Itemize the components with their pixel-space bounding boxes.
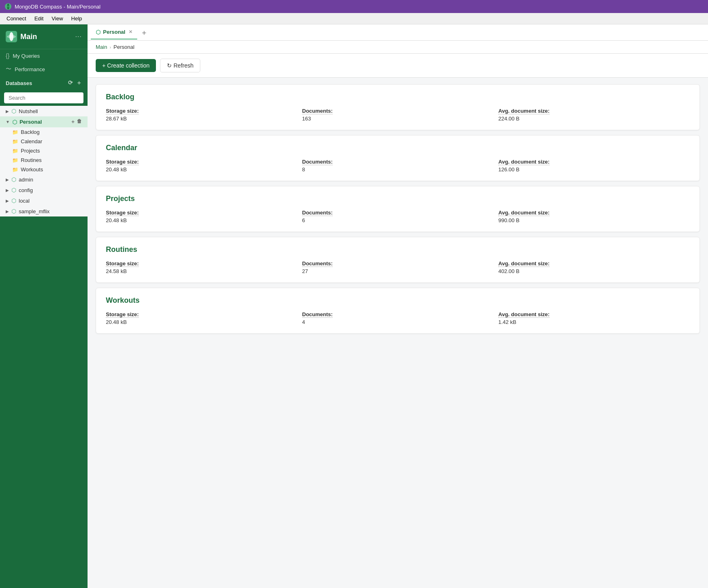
db-item-actions: ＋ 🗑	[70, 118, 82, 125]
database-item-sample-mflix[interactable]: ▶ ⬡ sample_mflix	[0, 206, 88, 216]
database-name: sample_mflix	[19, 208, 50, 214]
collection-stats: Storage size: 20.48 kB Documents: 6 Avg.…	[106, 209, 690, 223]
collection-card-title: Calendar	[106, 144, 690, 152]
collection-card[interactable]: Routines Storage size: 24.58 kB Document…	[96, 237, 700, 283]
collection-card-title: Workouts	[106, 296, 690, 305]
avg-doc-size-label: Avg. document size:	[498, 260, 550, 267]
collection-card[interactable]: Workouts Storage size: 20.48 kB Document…	[96, 288, 700, 334]
menu-help[interactable]: Help	[68, 15, 85, 22]
collection-stats: Storage size: 20.48 kB Documents: 4 Avg.…	[106, 310, 690, 325]
sidebar-more-button[interactable]: ···	[75, 33, 82, 40]
database-item-personal[interactable]: ▼ ⬡ Personal ＋ 🗑	[0, 116, 88, 127]
collection-item-workouts[interactable]: 📁 Workouts	[0, 165, 88, 174]
database-item-config[interactable]: ▶ ⬡ config	[0, 185, 88, 195]
stat-documents: Documents: 4	[302, 310, 493, 325]
sidebar-item-performance[interactable]: 〜 Performance	[0, 62, 88, 76]
tab-close-button[interactable]: ✕	[129, 29, 132, 35]
tab-personal[interactable]: ⬡ Personal ✕	[91, 26, 137, 39]
stat-storage: Storage size: 20.48 kB	[106, 310, 297, 325]
collection-card[interactable]: Calendar Storage size: 20.48 kB Document…	[96, 135, 700, 181]
refresh-databases-button[interactable]: ⟳	[68, 79, 73, 87]
database-item-local[interactable]: ▶ ⬡ local	[0, 195, 88, 206]
stat-storage: Storage size: 24.58 kB	[106, 260, 297, 274]
menu-view[interactable]: View	[48, 15, 66, 22]
breadcrumb-main[interactable]: Main	[96, 44, 107, 50]
sidebar-item-my-queries[interactable]: {} My Queries	[0, 49, 88, 62]
storage-size-value: 28.67 kB	[106, 116, 297, 122]
avg-doc-size-value: 126.00 B	[498, 166, 690, 173]
database-name: Nutshell	[19, 108, 38, 114]
database-name: Personal	[20, 119, 42, 125]
database-icon: ⬡	[12, 119, 17, 125]
sidebar-header: Main ···	[0, 24, 88, 49]
collection-item-projects[interactable]: 📁 Projects	[0, 146, 88, 155]
collection-stats: Storage size: 24.58 kB Documents: 27 Avg…	[106, 260, 690, 274]
add-database-button[interactable]: ＋	[76, 79, 82, 87]
stat-avg-doc-size: Avg. document size: 990.00 B	[498, 209, 690, 223]
database-list: ▶ ⬡ Nutshell ▼ ⬡ Personal ＋ 🗑 📁 Backlog	[0, 106, 88, 216]
breadcrumb: Main › Personal	[88, 41, 708, 54]
collection-item-routines[interactable]: 📁 Routines	[0, 155, 88, 165]
database-item-nutshell[interactable]: ▶ ⬡ Nutshell	[0, 106, 88, 116]
tab-label: Personal	[103, 29, 125, 35]
menu-connect[interactable]: Connect	[3, 15, 29, 22]
menu-edit[interactable]: Edit	[31, 15, 46, 22]
window-title: MongoDB Compass - Main/Personal	[15, 4, 101, 10]
collection-name: Calendar	[21, 138, 42, 144]
expand-arrow: ▶	[6, 199, 9, 203]
collection-icon: 📁	[12, 129, 18, 135]
sidebar-item-label: Performance	[15, 66, 45, 72]
documents-label: Documents:	[302, 159, 333, 165]
new-tab-button[interactable]: ＋	[137, 26, 151, 39]
refresh-button[interactable]: ↻ Refresh	[160, 59, 200, 72]
leaf-logo	[6, 31, 17, 42]
stat-storage: Storage size: 20.48 kB	[106, 158, 297, 173]
database-name: admin	[19, 177, 33, 183]
search-box	[0, 90, 88, 106]
documents-value: 163	[302, 116, 493, 122]
collection-name: Projects	[21, 148, 40, 154]
sidebar-item-label: My Queries	[13, 53, 39, 59]
avg-doc-size-value: 990.00 B	[498, 217, 690, 223]
collection-item-backlog[interactable]: 📁 Backlog	[0, 127, 88, 137]
collection-card-title: Routines	[106, 245, 690, 254]
collection-card[interactable]: Backlog Storage size: 28.67 kB Documents…	[96, 84, 700, 130]
create-collection-button[interactable]: + Create collection	[96, 59, 156, 72]
expand-arrow: ▶	[6, 209, 9, 214]
documents-value: 6	[302, 217, 493, 223]
collection-card[interactable]: Projects Storage size: 20.48 kB Document…	[96, 186, 700, 232]
storage-size-value: 20.48 kB	[106, 319, 297, 325]
storage-size-value: 24.58 kB	[106, 268, 297, 274]
connection-name: Main	[20, 33, 37, 41]
stat-avg-doc-size: Avg. document size: 402.00 B	[498, 260, 690, 274]
avg-doc-size-label: Avg. document size:	[498, 210, 550, 216]
expand-arrow: ▶	[6, 177, 9, 182]
database-icon: ⬡	[11, 208, 16, 214]
collections-list: Backlog Storage size: 28.67 kB Documents…	[88, 78, 708, 588]
stat-avg-doc-size: Avg. document size: 1.42 kB	[498, 310, 690, 325]
expand-arrow: ▼	[6, 120, 10, 124]
database-name: config	[19, 187, 33, 193]
database-item-admin[interactable]: ▶ ⬡ admin	[0, 174, 88, 185]
avg-doc-size-value: 402.00 B	[498, 268, 690, 274]
tab-bar: ⬡ Personal ✕ ＋	[88, 24, 708, 41]
documents-label: Documents:	[302, 311, 333, 318]
search-input[interactable]	[4, 92, 83, 103]
add-collection-button[interactable]: ＋	[70, 118, 75, 125]
avg-doc-size-label: Avg. document size:	[498, 159, 550, 165]
database-icon: ⬡	[11, 108, 16, 114]
stat-storage: Storage size: 20.48 kB	[106, 209, 297, 223]
stat-avg-doc-size: Avg. document size: 126.00 B	[498, 158, 690, 173]
avg-doc-size-value: 1.42 kB	[498, 319, 690, 325]
storage-size-label: Storage size:	[106, 260, 139, 267]
documents-label: Documents:	[302, 108, 333, 114]
refresh-label: ↻ Refresh	[167, 62, 193, 69]
collection-icon: 📁	[12, 148, 18, 154]
app-layout: Main ··· {} My Queries 〜 Performance Dat…	[0, 24, 708, 588]
collection-card-title: Projects	[106, 195, 690, 203]
storage-size-value: 20.48 kB	[106, 166, 297, 173]
delete-database-button[interactable]: 🗑	[77, 118, 82, 125]
collection-item-calendar[interactable]: 📁 Calendar	[0, 137, 88, 146]
performance-icon: 〜	[6, 66, 11, 73]
stat-storage: Storage size: 28.67 kB	[106, 107, 297, 122]
